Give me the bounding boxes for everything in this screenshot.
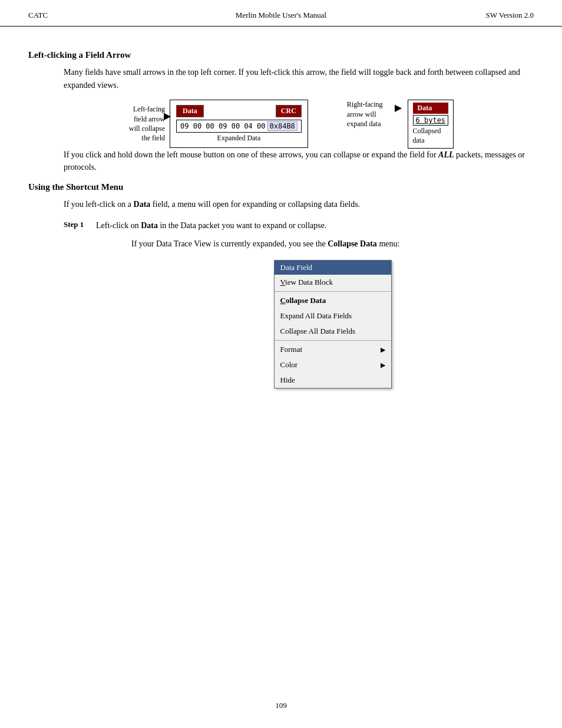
para-1-1: Many fields have small arrows in the top… bbox=[64, 66, 534, 91]
menu-item-format[interactable]: Format ▶ bbox=[275, 342, 391, 357]
header-center: Merlin Mobile User's Manual bbox=[197, 11, 365, 20]
all-text: ALL bbox=[438, 150, 454, 159]
para-2-1: If you left-click on a Data field, a men… bbox=[64, 198, 534, 211]
page-number: 109 bbox=[275, 701, 287, 710]
step-1-content: Left-click on Data in the Data packet yo… bbox=[96, 219, 534, 232]
page: CATC Merlin Mobile User's Manual SW Vers… bbox=[0, 0, 562, 728]
step-1-sub: If your Data Trace View is currently exp… bbox=[131, 238, 534, 388]
menu-separator-2 bbox=[275, 340, 391, 341]
bytes-label: 6 bytes bbox=[413, 115, 449, 126]
right-data-label: Data bbox=[413, 103, 449, 114]
collapse-data-note: If your Data Trace View is currently exp… bbox=[131, 238, 534, 251]
field-arrow-diagram: Left-facingfield arrowwill collapsethe f… bbox=[99, 100, 534, 148]
section-heading-2: Using the Shortcut Menu bbox=[28, 182, 534, 192]
left-data-box: Data CRC 09 00 00 09 00 04 00 0x84B8 Exp… bbox=[170, 100, 308, 148]
underline-c: C bbox=[280, 296, 286, 305]
hex-raw: 09 00 00 09 00 04 00 bbox=[180, 122, 266, 130]
step-1-label: Step 1 bbox=[64, 219, 96, 229]
header-left: CATC bbox=[28, 11, 197, 20]
menu-item-hide[interactable]: Hide bbox=[275, 373, 391, 388]
section-2-body: If you left-click on a Data field, a men… bbox=[64, 198, 534, 388]
menu-item-label: Collapse All Data Fields bbox=[280, 327, 355, 336]
main-content: Left-clicking a Field Arrow Many fields … bbox=[0, 27, 562, 424]
right-collapsed-box: Data 6 bytes Collapseddata bbox=[408, 100, 454, 148]
data-field-row: Data CRC bbox=[176, 105, 302, 117]
section-1-body: Many fields have small arrows in the top… bbox=[64, 66, 534, 174]
left-annotation: Left-facingfield arrowwill collapsethe f… bbox=[100, 104, 165, 143]
menu-item-label: Expand All Data Fields bbox=[280, 311, 352, 321]
menu-item-collapse-data[interactable]: Collapse Data bbox=[275, 293, 391, 308]
left-diagram-section: Left-facingfield arrowwill collapsethe f… bbox=[170, 100, 308, 148]
menu-item-label: Format bbox=[280, 345, 303, 354]
menu-separator-1 bbox=[275, 291, 391, 292]
step-1-container: Step 1 Left-click on Data in the Data pa… bbox=[64, 219, 534, 232]
section-heading-1: Left-clicking a Field Arrow bbox=[28, 50, 534, 60]
submenu-arrow-color: ▶ bbox=[381, 361, 385, 369]
menu-item-view-data-block[interactable]: View Data Block bbox=[275, 275, 391, 290]
crc-label: CRC bbox=[276, 105, 302, 117]
footer: 109 bbox=[0, 701, 562, 710]
left-annotation-line1: Left-facingfield arrowwill collapsethe f… bbox=[129, 105, 165, 142]
menu-item-label: Hide bbox=[280, 375, 295, 385]
header-right: SW Version 2.0 bbox=[365, 11, 534, 20]
menu-item-collapse-all[interactable]: Collapse All Data Fields bbox=[275, 324, 391, 339]
para-1-2: If you click and hold down the left mous… bbox=[64, 149, 534, 174]
section-shortcut-menu: Using the Shortcut Menu If you left-clic… bbox=[28, 182, 534, 388]
menu-item-expand-all[interactable]: Expand All Data Fields bbox=[275, 308, 391, 324]
collapsed-data-label: Collapseddata bbox=[413, 127, 449, 145]
diagram-inner: Left-facingfield arrowwill collapsethe f… bbox=[170, 100, 534, 148]
expanded-data-label: Expanded Data bbox=[176, 134, 302, 143]
hex-values-row: 09 00 00 09 00 04 00 0x84B8 bbox=[176, 120, 302, 133]
right-diagram-section: Right-facingarrow willexpand data ▶ Data… bbox=[347, 100, 454, 148]
context-menu: Data Field View Data Block Collapse Data… bbox=[274, 260, 392, 388]
menu-item-label: View Data Block bbox=[280, 278, 333, 287]
menu-header: Data Field bbox=[275, 261, 391, 275]
menu-item-label: Collapse Data bbox=[280, 296, 326, 305]
submenu-arrow-format: ▶ bbox=[381, 346, 385, 354]
data-label: Data bbox=[176, 105, 204, 117]
menu-item-color[interactable]: Color ▶ bbox=[275, 357, 391, 373]
hex-highlighted: 0x84B8 bbox=[267, 121, 297, 131]
right-arrow-indicator: ▶ bbox=[395, 102, 402, 113]
data-bold-1: Data bbox=[134, 200, 151, 209]
right-annotation: Right-facingarrow willexpand data bbox=[347, 100, 383, 129]
menu-item-label: Color bbox=[280, 360, 298, 370]
underline-v: V bbox=[280, 278, 286, 286]
header: CATC Merlin Mobile User's Manual SW Vers… bbox=[0, 0, 562, 27]
collapse-data-bold: Collapse Data bbox=[328, 239, 377, 248]
section-left-clicking: Left-clicking a Field Arrow Many fields … bbox=[28, 50, 534, 174]
data-bold-2: Data bbox=[141, 221, 158, 230]
